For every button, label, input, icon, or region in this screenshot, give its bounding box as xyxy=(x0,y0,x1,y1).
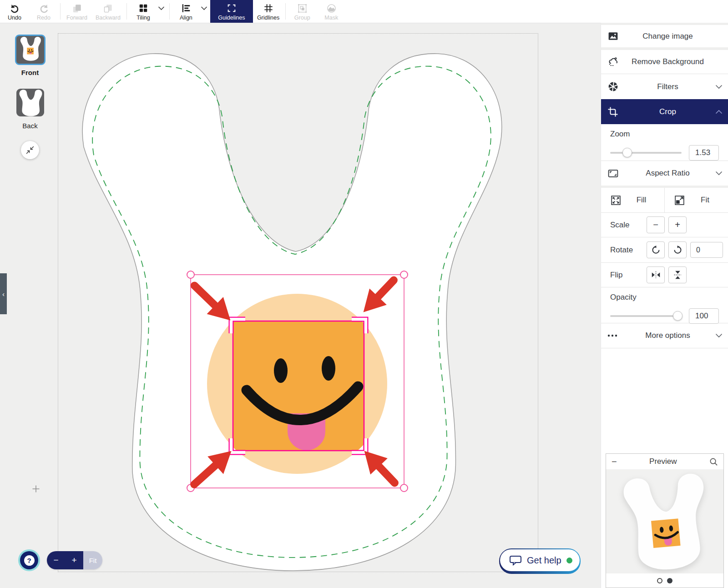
remove-background-label: Remove Background xyxy=(626,57,710,66)
crop-zoom-input[interactable] xyxy=(689,145,719,161)
align-chevron-down-icon[interactable] xyxy=(201,6,207,10)
opacity-slider-handle[interactable] xyxy=(673,311,682,321)
opacity-slider[interactable] xyxy=(610,315,682,317)
backward-button[interactable]: Backward xyxy=(91,0,125,23)
magnifier-icon[interactable] xyxy=(709,457,718,466)
forward-icon xyxy=(72,3,82,14)
rotate-cw-button[interactable] xyxy=(668,241,687,258)
smiley-right-eye xyxy=(322,356,335,381)
flip-horizontal-button[interactable] xyxy=(647,266,665,283)
bounds-handle-top-right[interactable] xyxy=(400,271,408,278)
group-label: Group xyxy=(294,15,310,21)
collapse-left-panel-tab[interactable]: ‹ xyxy=(0,273,7,314)
rotate-cw-icon xyxy=(673,245,682,255)
gridlines-icon xyxy=(263,3,273,14)
back-label: Back xyxy=(7,122,53,130)
scale-minus-button[interactable]: − xyxy=(647,216,665,233)
get-help-button[interactable]: Get help xyxy=(499,548,581,574)
fit-label: Fit xyxy=(692,196,728,205)
preview-page-dot-2[interactable] xyxy=(667,578,672,583)
preview-pagination xyxy=(606,573,723,588)
preview-collapse-button[interactable]: − xyxy=(612,457,617,466)
plus-icon[interactable] xyxy=(32,485,40,493)
image-icon xyxy=(607,30,626,42)
help-button[interactable]: ? xyxy=(18,549,40,571)
fit-icon xyxy=(674,195,692,206)
ellipsis-icon xyxy=(607,334,626,337)
top-toolbar: Undo Redo Forward Backward Tiling Align xyxy=(0,0,728,23)
chevron-up-icon xyxy=(710,110,728,114)
crop-zoom-section: Zoom xyxy=(601,124,728,161)
align-button[interactable]: Align xyxy=(172,0,201,23)
scale-plus-button[interactable]: + xyxy=(668,216,687,233)
zoom-fit-button[interactable]: Fit xyxy=(83,551,102,569)
bounds-handle-bottom-right[interactable] xyxy=(400,484,408,492)
aspect-ratio-label: Aspect Ratio xyxy=(626,169,710,178)
redo-button[interactable]: Redo xyxy=(29,0,58,23)
crop-section-header[interactable]: Crop xyxy=(601,99,728,124)
preview-panel: − Preview xyxy=(606,453,724,588)
group-icon xyxy=(297,3,308,14)
fill-label: Fill xyxy=(628,196,664,205)
undo-icon xyxy=(10,3,20,14)
backward-icon xyxy=(103,3,113,14)
crop-zoom-label: Zoom xyxy=(610,130,719,139)
remove-background-button[interactable]: Remove Background xyxy=(601,50,728,74)
zoom-buttons: − + xyxy=(47,551,83,569)
crop-icon xyxy=(607,106,626,117)
flip-horizontal-icon xyxy=(651,270,661,280)
zoom-in-button[interactable]: + xyxy=(69,555,79,565)
gridlines-button[interactable]: Gridlines xyxy=(253,0,283,23)
tiling-label: Tiling xyxy=(136,15,150,21)
design-editor: Undo Redo Forward Backward Tiling Align xyxy=(0,0,728,588)
smiley-left-eye xyxy=(274,358,288,383)
mask-button[interactable]: Mask xyxy=(317,0,346,23)
crop-label: Crop xyxy=(626,107,710,116)
back-side-thumbnail[interactable] xyxy=(16,89,44,116)
collapse-thumbnails-button[interactable] xyxy=(21,141,39,159)
fill-button[interactable]: Fill xyxy=(601,188,664,212)
crop-zoom-slider-handle[interactable] xyxy=(622,148,632,157)
forward-button[interactable]: Forward xyxy=(62,0,91,23)
crop-zoom-slider[interactable] xyxy=(610,152,682,154)
zoom-out-button[interactable]: − xyxy=(51,555,61,565)
group-button[interactable]: Group xyxy=(288,0,317,23)
tiling-chevron-down-icon[interactable] xyxy=(158,6,165,10)
opacity-input[interactable] xyxy=(689,308,719,324)
aspect-ratio-icon xyxy=(607,168,626,179)
bounds-handle-top-left[interactable] xyxy=(187,271,194,278)
redo-label: Redo xyxy=(37,15,51,21)
fit-button[interactable]: Fit xyxy=(665,188,728,212)
bib-design-surface xyxy=(58,33,538,572)
remove-background-icon xyxy=(607,56,626,68)
get-help-label: Get help xyxy=(527,555,561,566)
toolbar-divider xyxy=(285,3,286,20)
more-options-label: More options xyxy=(626,331,710,340)
front-side-thumbnail[interactable] xyxy=(15,35,46,65)
rotate-label: Rotate xyxy=(610,246,647,255)
collapse-arrows-icon xyxy=(25,145,35,156)
guidelines-icon xyxy=(227,3,237,14)
speech-bubble-icon xyxy=(509,555,522,566)
tiling-button[interactable]: Tiling xyxy=(129,0,158,23)
filters-section-header[interactable]: Filters xyxy=(601,74,728,99)
preview-product-photo[interactable] xyxy=(606,469,723,573)
question-icon: ? xyxy=(24,555,35,566)
rotate-ccw-button[interactable] xyxy=(647,241,665,258)
align-label: Align xyxy=(180,15,192,21)
rotate-ccw-icon xyxy=(651,245,661,255)
rotate-angle-input[interactable] xyxy=(690,242,723,258)
chevron-down-icon xyxy=(710,171,728,176)
guidelines-button[interactable]: Guidelines xyxy=(210,0,253,23)
change-image-button[interactable]: Change image xyxy=(601,25,728,47)
chevron-left-icon: ‹ xyxy=(2,290,5,298)
flip-controls: Flip xyxy=(601,263,728,287)
front-label: Front xyxy=(7,69,53,76)
flip-label: Flip xyxy=(610,271,647,280)
toolbar-divider xyxy=(60,3,61,20)
undo-button[interactable]: Undo xyxy=(0,0,29,23)
aspect-ratio-section-header[interactable]: Aspect Ratio xyxy=(601,161,728,186)
more-options-button[interactable]: More options xyxy=(601,323,728,348)
preview-page-dot-1[interactable] xyxy=(657,578,662,583)
flip-vertical-button[interactable] xyxy=(668,266,687,283)
